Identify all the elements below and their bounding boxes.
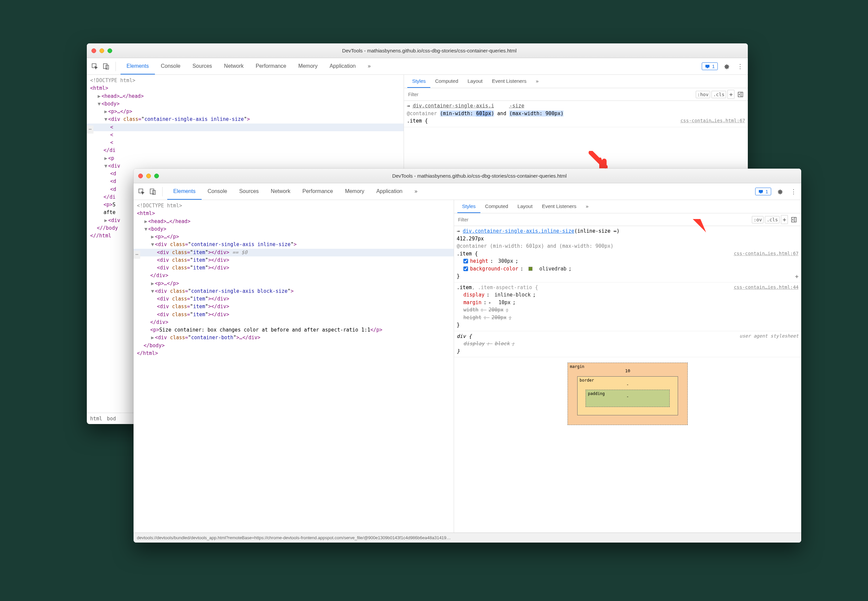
tab-console[interactable]: Console (202, 184, 233, 200)
elements-tree[interactable]: <!DOCTYPE html> <html> ▶<head>…</head> ▼… (134, 200, 454, 532)
hov-toggle[interactable]: :ov (752, 216, 763, 223)
titlebar: DevTools - mathiasbynens.github.io/css-d… (87, 43, 748, 58)
main-toolbar: Elements Console Sources Network Perform… (87, 58, 748, 75)
gear-icon[interactable] (775, 187, 784, 196)
svg-rect-1 (104, 63, 107, 69)
panel-toggle-icon[interactable] (736, 90, 745, 99)
issues-badge[interactable]: 1 (702, 63, 718, 70)
subtab-styles[interactable]: Styles (407, 75, 430, 88)
kebab-icon[interactable]: ⋮ (789, 187, 798, 196)
toolbar-right: 1 ⋮ (702, 62, 745, 71)
tab-application[interactable]: Application (370, 184, 408, 200)
traffic-lights (91, 49, 112, 53)
tag-html[interactable]: html (93, 85, 105, 91)
source-link[interactable]: css-contain…ies.html:67 (734, 250, 799, 257)
tab-memory[interactable]: Memory (292, 58, 323, 75)
devtools-window-front: DevTools - mathiasbynens.github.io/css-d… (134, 169, 801, 543)
inspect-icon[interactable] (137, 187, 146, 196)
tab-elements[interactable]: Elements (167, 184, 202, 200)
tab-sources[interactable]: Sources (233, 184, 265, 200)
prop-toggle-height[interactable] (463, 259, 468, 264)
close-icon[interactable] (138, 174, 143, 178)
rule-block-ua[interactable]: div {user agent stylesheet display: bloc… (454, 331, 801, 358)
container-selector-link[interactable]: div.container-single-axis.inline-size (463, 228, 574, 234)
tab-network[interactable]: Network (218, 58, 250, 75)
cls-toggle[interactable]: .cls (765, 216, 780, 223)
issues-badge[interactable]: 1 (755, 188, 771, 195)
svg-rect-9 (759, 190, 763, 193)
subtab-layout[interactable]: Layout (463, 75, 487, 88)
doctype: <!DOCTYPE html> (90, 78, 135, 84)
status-url: devtools://devtools/bundled/devtools_app… (137, 535, 451, 540)
tag-body[interactable]: body (105, 101, 117, 107)
selected-node[interactable]: < (87, 124, 404, 131)
color-swatch[interactable] (528, 267, 533, 271)
tab-performance[interactable]: Performance (250, 58, 292, 75)
separator (116, 62, 116, 71)
cls-toggle[interactable]: .cls (711, 91, 726, 98)
svg-rect-3 (705, 65, 710, 67)
p-text: Size container: box changes color at bef… (159, 327, 370, 333)
subtab-styles[interactable]: Styles (457, 200, 480, 213)
add-class-icon[interactable]: + (728, 90, 734, 99)
tag-p[interactable]: p (111, 108, 114, 114)
tab-elements[interactable]: Elements (120, 58, 155, 75)
rule-block-1[interactable]: → div.container-single-axis.inline-size(… (454, 226, 801, 282)
styles-filter-input[interactable] (457, 216, 751, 224)
subtab-eventlisteners[interactable]: Event Listeners (487, 75, 531, 88)
tag-head[interactable]: head (105, 93, 117, 99)
tab-application[interactable]: Application (323, 58, 362, 75)
crumb-html[interactable]: html (90, 416, 102, 422)
styles-pane: Styles Computed Layout Event Listeners »… (454, 200, 801, 532)
add-class-icon[interactable]: + (781, 215, 788, 224)
minimize-icon[interactable] (99, 49, 104, 53)
zoom-icon[interactable] (154, 174, 159, 178)
inspect-icon[interactable] (90, 62, 99, 71)
tab-console[interactable]: Console (155, 58, 187, 75)
selector-link[interactable]: div.container-single-axis.i (413, 103, 494, 109)
device-icon[interactable] (148, 187, 158, 196)
gutter-dots[interactable]: ⋯ (87, 125, 93, 134)
window-title: DevTools - mathiasbynens.github.io/css-d… (116, 48, 743, 53)
box-model[interactable]: margin 10 border - padding - (568, 363, 688, 425)
container-query-block[interactable]: → div.container-single-axis.ixxxxx-size … (404, 101, 748, 127)
panel-toggle-icon[interactable] (789, 215, 799, 224)
svg-rect-7 (150, 189, 154, 194)
rule-block-2[interactable]: .item, .item-aspect-ratio {css-contain…i… (454, 282, 801, 331)
tabs-overflow[interactable]: » (408, 184, 423, 200)
selector-item: .item { (407, 118, 428, 124)
prop-toggle-bg[interactable] (463, 267, 468, 271)
main-toolbar: Elements Console Sources Network Perform… (134, 183, 801, 200)
close-icon[interactable] (91, 49, 96, 53)
source-link[interactable]: css-contain…ies.html:67 (681, 117, 745, 124)
subtab-computed[interactable]: Computed (430, 75, 463, 88)
subtabs-overflow[interactable]: » (581, 200, 593, 213)
hov-toggle[interactable]: :hov (696, 91, 710, 98)
device-icon[interactable] (102, 62, 111, 71)
tabs-overflow[interactable]: » (362, 58, 376, 75)
tab-performance[interactable]: Performance (297, 184, 339, 200)
tab-network[interactable]: Network (265, 184, 297, 200)
traffic-lights (138, 174, 159, 178)
styles-filter-input[interactable] (407, 90, 694, 99)
gutter-dots[interactable]: ⋯ (134, 251, 140, 259)
source-link[interactable]: css-contain…ies.html:44 (734, 284, 799, 291)
zoom-icon[interactable] (108, 49, 112, 53)
kebab-icon[interactable]: ⋮ (735, 62, 745, 71)
double-arrow-icon: ↔ (614, 228, 617, 234)
tab-memory[interactable]: Memory (339, 184, 370, 200)
issues-count: 1 (766, 189, 768, 194)
subtab-computed[interactable]: Computed (480, 200, 513, 213)
subtabs-overflow[interactable]: » (531, 75, 543, 88)
add-property-icon[interactable]: + (795, 272, 799, 281)
container-size-value: 412.297px (457, 235, 799, 243)
subtab-layout[interactable]: Layout (513, 200, 537, 213)
gear-icon[interactable] (722, 62, 731, 71)
crumb-body[interactable]: bod (107, 416, 116, 422)
main-tabs: Elements Console Sources Network Perform… (167, 184, 423, 200)
selected-node[interactable]: <div class="item"></div> == $0 (134, 249, 454, 256)
subtab-eventlisteners[interactable]: Event Listeners (537, 200, 581, 213)
tab-sources[interactable]: Sources (186, 58, 218, 75)
at-container-rule: @container (min-width: 601px) and (max-w… (457, 243, 799, 250)
minimize-icon[interactable] (146, 174, 151, 178)
